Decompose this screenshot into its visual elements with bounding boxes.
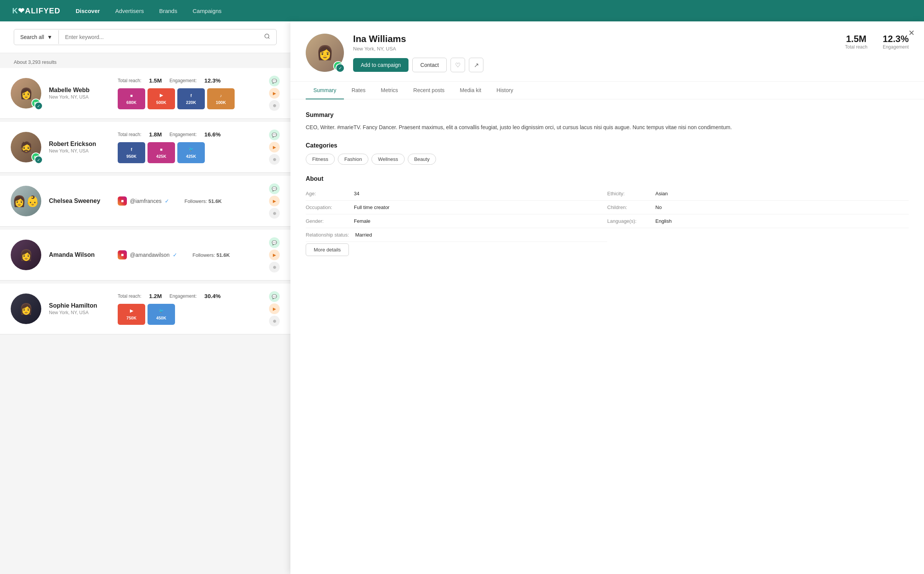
relationship-value: No: [655, 204, 662, 210]
platform-twitter[interactable]: 🐦 425K: [177, 142, 205, 163]
influencer-card[interactable]: 👩 Sophie Hamilton New York, NY, USA Tota…: [0, 284, 290, 334]
children-label: Language(s):: [607, 218, 649, 224]
instagram-icon: ■: [118, 196, 127, 206]
action-icon-2[interactable]: ▶: [269, 250, 280, 260]
nav-advertisers[interactable]: Advertisers: [115, 6, 144, 16]
action-icon-1[interactable]: 💬: [269, 76, 280, 86]
platform-youtube[interactable]: ▶ 500K: [148, 88, 175, 109]
gender-value: Full time creator: [354, 204, 389, 210]
action-icon-3[interactable]: ⊕: [269, 154, 280, 165]
search-bar: Search all ▼: [14, 29, 277, 45]
avatar-container: 🧔 65 ✓: [11, 132, 41, 162]
about-row-age: Age: 34: [306, 187, 607, 201]
action-icon-2[interactable]: ▶: [269, 196, 280, 206]
language-label: Relationship status:: [306, 232, 349, 238]
reach-value: 1.8M: [149, 131, 162, 138]
more-details-button[interactable]: More details: [306, 243, 349, 256]
influencer-card[interactable]: 👩 80 ✓ Mabelle Webb New York, NY, USA To…: [0, 68, 290, 119]
search-button[interactable]: [258, 29, 276, 45]
engagement-label: Engagement:: [169, 293, 196, 299]
avatar-container: 👩‍👶: [11, 186, 41, 216]
platform-facebook[interactable]: f 220K: [177, 88, 205, 109]
search-bar-container: Search all ▼: [0, 21, 290, 53]
tab-rates[interactable]: Rates: [344, 82, 373, 99]
instagram-count: 425K: [156, 154, 166, 159]
influencer-name: Amanda Wilson: [49, 251, 110, 258]
tab-summary[interactable]: Summary: [306, 82, 344, 99]
engagement-value: 12.3%: [204, 77, 221, 84]
add-to-campaign-button[interactable]: Add to campaign: [353, 58, 409, 72]
platform-buttons: ▶ 750K 🐦 450K: [118, 304, 261, 325]
influencer-info: Amanda Wilson: [49, 251, 110, 258]
about-section: About Age: 34 Occupation: Full time crea…: [306, 175, 909, 256]
handle-text: @amandawilson: [130, 252, 170, 258]
card-stats: Total reach: 1.5M Engagement: 12.3%: [118, 77, 261, 84]
reach-value: 1.5M: [149, 77, 162, 84]
tab-recent-posts[interactable]: Recent posts: [406, 82, 452, 99]
favorite-button[interactable]: ♡: [451, 58, 465, 72]
tab-history[interactable]: History: [489, 82, 521, 99]
action-icon-1[interactable]: 💬: [269, 130, 280, 140]
tab-media-kit[interactable]: Media kit: [452, 82, 489, 99]
close-button[interactable]: ✕: [908, 29, 915, 37]
influencer-name: Mabelle Webb: [49, 87, 110, 94]
profile-avatar: 👩 80 ✓: [306, 34, 344, 72]
action-icon-3[interactable]: ⊕: [269, 316, 280, 326]
influencer-card[interactable]: 👩‍👶 Chelsea Sweeney ■ @iamfrances ✓ Foll…: [0, 176, 290, 227]
platform-youtube[interactable]: ▶ 750K: [118, 304, 145, 325]
search-dropdown[interactable]: Search all ▼: [14, 30, 59, 44]
total-reach-value: 1.5M: [845, 34, 867, 44]
engagement-stat: 12.3% Engagement: [883, 34, 909, 50]
profile-actions: Add to campaign Contact ♡ ↗: [353, 58, 836, 72]
total-reach-stat: 1.5M Total reach: [845, 34, 867, 50]
twitter-icon: 🐦: [159, 308, 164, 313]
engagement-label: Engagement:: [169, 132, 196, 137]
avatar: 👩: [11, 293, 41, 324]
nav-campaigns[interactable]: Campaigns: [193, 6, 222, 16]
engagement-value: 16.6%: [204, 131, 221, 138]
action-icon-2[interactable]: ▶: [269, 142, 280, 152]
card-stats: Total reach: 1.2M Engagement: 30.4%: [118, 293, 261, 299]
card-stats: Total reach: 1.8M Engagement: 16.6%: [118, 131, 261, 138]
about-row-relationship: Children: No: [607, 201, 909, 214]
age-value: 34: [354, 191, 359, 196]
contact-button[interactable]: Contact: [412, 58, 447, 72]
category-wellness[interactable]: Wellness: [371, 154, 405, 165]
action-icon-3[interactable]: ⊕: [269, 208, 280, 219]
influencer-info: Robert Erickson New York, NY, USA: [49, 141, 110, 154]
category-fashion[interactable]: Fashion: [338, 154, 368, 165]
about-row-occupation: Ethicity: Asian: [607, 187, 909, 201]
action-icon-1[interactable]: 💬: [269, 237, 280, 248]
about-row-children: Language(s): English: [607, 214, 909, 228]
followers-text: Followers: 51.6K: [185, 198, 222, 204]
right-icons: 💬 ▶ ⊕: [269, 76, 280, 111]
action-icon-3[interactable]: ⊕: [269, 262, 280, 272]
action-icon-3[interactable]: ⊕: [269, 100, 280, 111]
action-icon-2[interactable]: ▶: [269, 88, 280, 99]
search-input[interactable]: [59, 30, 258, 44]
platform-twitter[interactable]: 🐦 450K: [148, 304, 175, 325]
influencer-info: Chelsea Sweeney: [49, 198, 110, 204]
action-icon-2[interactable]: ▶: [269, 303, 280, 314]
action-icon-1[interactable]: 💬: [269, 183, 280, 194]
influencer-card[interactable]: 🧔 65 ✓ Robert Erickson New York, NY, USA…: [0, 122, 290, 173]
category-beauty[interactable]: Beauty: [408, 154, 436, 165]
platform-facebook[interactable]: f 950K: [118, 142, 145, 163]
app-logo: K❤ALIFYED: [12, 6, 60, 15]
youtube-icon: ▶: [130, 308, 133, 313]
platform-spotify[interactable]: ♪ 100K: [207, 88, 235, 109]
tab-metrics[interactable]: Metrics: [373, 82, 405, 99]
influencer-card[interactable]: 👩 Amanda Wilson ■ @amandawilson ✓ Follow…: [0, 230, 290, 281]
instagram-icon: ■: [160, 147, 163, 152]
instagram-count: 680K: [126, 100, 136, 105]
nav-brands[interactable]: Brands: [159, 6, 177, 16]
share-button[interactable]: ↗: [469, 58, 483, 72]
age-label: Age:: [306, 191, 348, 196]
category-fitness[interactable]: Fitness: [306, 154, 335, 165]
influencer-name: Chelsea Sweeney: [49, 198, 110, 204]
nav-discover[interactable]: Discover: [76, 6, 100, 16]
right-icons: 💬 ▶ ⊕: [269, 291, 280, 326]
platform-instagram[interactable]: ■ 425K: [148, 142, 175, 163]
platform-instagram[interactable]: ■ 680K: [118, 88, 145, 109]
action-icon-1[interactable]: 💬: [269, 291, 280, 302]
